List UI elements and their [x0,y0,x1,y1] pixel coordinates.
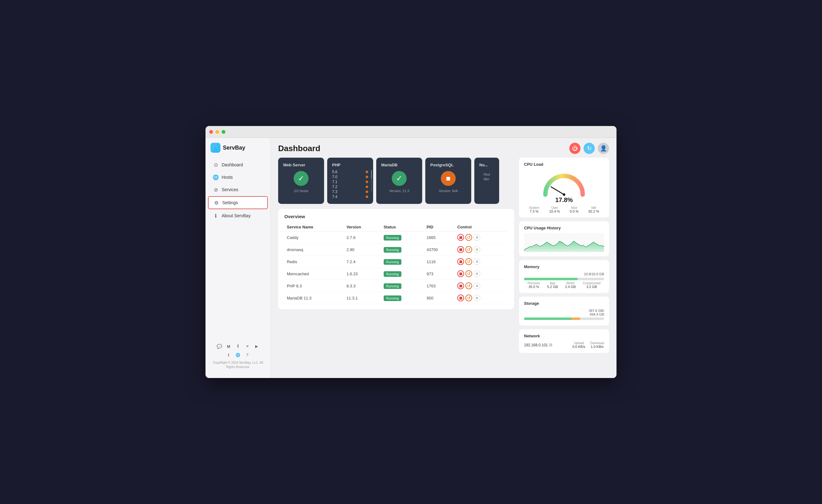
restart-button[interactable]: ↺ [465,258,472,265]
control-buttons: ⏹ ↺ ≡ [457,258,505,265]
discord-icon[interactable]: 💬 [217,343,223,350]
control-buttons: ⏹ ↺ ≡ [457,246,505,253]
help-icon[interactable]: ? [244,352,251,358]
mem-app-val: 5.2 GB [547,285,558,289]
memory-label: 10.8/16.0 GB [524,272,604,276]
logo-icon [211,143,221,153]
service-control-cell: ⏹ ↺ ≡ [455,256,508,268]
card-php: PHP 5.6 7.0 [327,158,373,204]
memory-bar [524,278,604,280]
php-version-73: 7.3 [332,189,368,194]
php-dot-72 [366,185,368,188]
log-button[interactable]: ≡ [473,246,480,253]
close-button[interactable] [209,130,213,134]
control-buttons: ⏹ ↺ ≡ [457,295,505,301]
user-button[interactable]: 👤 [598,143,609,154]
youtube-icon[interactable]: ▶ [254,343,260,350]
facebook-icon[interactable]: f [235,343,241,350]
restart-button[interactable]: ↺ [465,283,472,289]
php-version-72: 7.2 [332,185,368,189]
maximize-button[interactable] [222,130,226,134]
footer-copyright: CopyRight © 2024 ServBay, LLC. All Right… [211,361,266,369]
restart-button[interactable]: ↺ [465,234,472,241]
header-actions: ⏻ ↻ 👤 [569,143,609,154]
log-button[interactable]: ≡ [473,295,480,301]
webserver-subtitle: 2/2 Hosts [294,189,308,193]
main-scroll: Web Server ✓ 2/2 Hosts PHP 5.6 [271,158,616,378]
gauge-container: 17.8% System 7.3 % User 10.4 % [524,170,604,213]
card-mariadb: MariaDB ✓ Version: 11.3 [376,158,422,204]
status-badge: Running [384,283,401,289]
service-name-cell: Caddy [284,231,344,243]
log-button[interactable]: ≡ [473,234,480,241]
storage-bar-fill [524,318,592,320]
card-title-mariadb: MariaDB [381,163,398,167]
page-title: Dashboard [278,144,320,153]
service-status-cell: Running [381,243,424,256]
service-version-cell: 8.3.3 [344,280,381,292]
col-control: Control [455,223,508,231]
control-buttons: ⏹ ↺ ≡ [457,283,505,289]
info-icon[interactable]: ℹ [226,352,232,358]
medium-icon[interactable]: M [226,343,232,350]
overview-title: Overview [284,214,508,219]
cpu-stat-user: User 10.4 % [549,206,560,213]
stop-button[interactable]: ⏹ [457,234,464,241]
stop-button[interactable]: ⏹ [457,246,464,253]
stop-button[interactable]: ⏹ [457,295,464,301]
sidebar-item-label-settings: Settings [222,200,238,205]
power-button[interactable]: ⏻ [569,143,580,154]
x-icon[interactable]: ✕ [244,343,251,350]
memory-title: Memory [524,265,604,269]
php-versions: 5.6 7.0 7.1 [332,170,368,199]
stop-button[interactable]: ⏹ [457,258,464,265]
stop-button[interactable]: ⏹ [457,270,464,277]
mem-wired: Wired 2.4 GB [565,282,575,289]
status-badge: Running [384,259,401,265]
webserver-status-icon: ✓ [294,171,309,186]
svg-point-3 [563,193,565,196]
sidebar-item-settings[interactable]: ⚙ Settings [208,196,268,209]
cpu-user-val: 10.4 % [549,209,560,213]
service-pid-cell: 1116 [424,256,455,268]
service-status-cell: Running [381,231,424,243]
sidebar-item-dashboard[interactable]: ⊙ Dashboard [208,159,268,171]
download-label: Download [590,341,604,345]
service-status-cell: Running [381,256,424,268]
sidebar-item-about[interactable]: ℹ About ServBay [208,210,268,221]
restart-button[interactable]: ↺ [465,270,472,277]
postgresql-status-icon: ■ [441,171,456,186]
globe-icon[interactable]: 🌐 [235,352,241,358]
services-table: Service Name Version Status PID Control … [284,223,508,304]
cpu-load-title: CPU Load [524,162,604,167]
log-button[interactable]: ≡ [473,258,480,265]
php-scrollbar[interactable] [371,170,372,191]
minimize-button[interactable] [216,130,219,134]
copy-ip-icon[interactable]: ⧉ [549,342,552,348]
service-control-cell: ⏹ ↺ ≡ [455,280,508,292]
mem-compressed-val: 3.2 GB [586,285,597,289]
restart-button[interactable]: ↺ [465,295,472,301]
card-title-php: PHP [332,163,341,167]
services-icon: ⊘ [213,187,219,192]
table-row: Caddy 2.7.6 Running 1665 ⏹ ↺ ≡ [284,231,508,243]
mem-app: App 5.2 GB [547,282,558,289]
restart-button[interactable]: ↺ [465,246,472,253]
stop-button[interactable]: ⏹ [457,283,464,289]
footer-icons-row2: ℹ 🌐 ? [211,352,266,358]
refresh-button[interactable]: ↻ [583,143,595,154]
sidebar-item-services[interactable]: ⊘ Services [208,184,268,195]
log-button[interactable]: ≡ [473,283,480,289]
log-button[interactable]: ≡ [473,270,480,277]
cpu-stats: System 7.3 % User 10.4 % Nice 0.0 % [524,206,604,213]
status-badge: Running [384,296,401,301]
card-title-partial: No... [479,163,488,167]
cpu-history-title: CPU Usage History [524,225,604,230]
sidebar-item-hosts[interactable]: 🌐 Hosts [208,171,268,183]
storage-label: 397.6 GB/494.4 GB [524,309,604,316]
storage-widget: Storage 397.6 GB/494.4 GB [519,297,609,326]
network-ip: 192.168.0.101 [524,343,548,347]
card-web-server: Web Server ✓ 2/2 Hosts [278,158,324,204]
sidebar-item-label-dashboard: Dashboard [222,162,243,167]
left-panel: Web Server ✓ 2/2 Hosts PHP 5.6 [278,158,514,371]
